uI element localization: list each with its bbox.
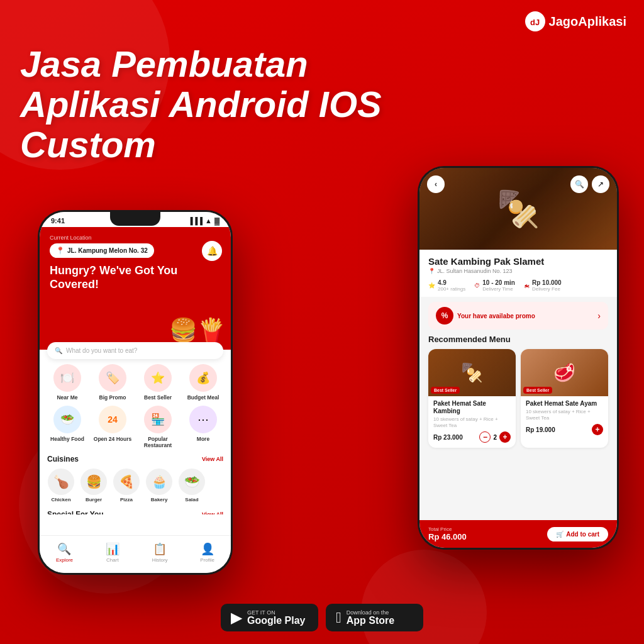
menu-details-1: Paket Hemat Sate Kambing 10 skewers of s… xyxy=(428,396,516,448)
add-to-cart-button[interactable]: 🛒 Add to cart xyxy=(547,527,608,541)
cat-open-24[interactable]: 24 Open 24 Hours xyxy=(92,406,133,448)
nav-profile[interactable]: 👤 Profile xyxy=(200,542,214,563)
cat-big-promo-icon: 🏷️ xyxy=(99,364,126,392)
cat-healthy-food-label: Healthy Food xyxy=(50,436,84,442)
promo-chevron-icon: › xyxy=(597,311,601,321)
qty-plus-2[interactable]: + xyxy=(592,424,603,435)
brand-logo: dJ JagoAplikasi xyxy=(525,11,626,31)
restaurant-stats: ⭐ 4.9 200+ ratings ⏱ 10 - 20 min Deliver… xyxy=(428,279,608,292)
cuisines-header: Cuisines View All xyxy=(47,455,223,464)
promo-left: % Your have availabe promo xyxy=(436,307,535,325)
menu-emoji-1: 🍢 xyxy=(461,362,483,383)
restaurant-address: 📍 JL. Sultan Hasanudin No. 123 xyxy=(428,268,608,274)
location-row[interactable]: 📍 JL. Kampung Melon No. 32 xyxy=(50,243,154,258)
app-store-icon:  xyxy=(336,609,341,626)
menu-price-2: Rp 19.000 xyxy=(526,426,555,433)
app-store-main: App Store xyxy=(347,616,394,626)
cat-budget-meal[interactable]: 💰 Budget Meal xyxy=(183,364,223,401)
delivery-fee-value: Rp 10.000 xyxy=(532,279,562,286)
phone-right: 🍢 ‹ 🔍 ↗ Sate Kambing Pak Slamet 📍 JL. Su… xyxy=(418,166,619,550)
restaurant-name: Sate Kambing Pak Slamet xyxy=(428,256,608,267)
status-icons-left: ▐▐▐ ▲ ▓ xyxy=(188,217,219,225)
nav-explore[interactable]: 🔍 Explore xyxy=(56,542,73,563)
google-play-text: GET IT ON Google Play xyxy=(247,609,305,626)
battery-icon: ▓ xyxy=(214,217,219,225)
cat-healthy-food[interactable]: 🥗 Healthy Food xyxy=(47,406,87,448)
explore-icon: 🔍 xyxy=(57,542,71,556)
promo-bar[interactable]: % Your have availabe promo › xyxy=(428,302,608,330)
search-button[interactable]: 🔍 xyxy=(570,175,588,193)
menu-img-1: 🍢 Best Seller xyxy=(428,349,516,396)
share-button[interactable]: ↗ xyxy=(592,175,609,193)
location-text: JL. Kampung Melon No. 32 xyxy=(67,247,148,254)
special-header: Special For You View All xyxy=(47,510,223,514)
headline: Jasa Pembuatan Aplikasi Android IOS Cust… xyxy=(20,44,624,164)
cat-best-seller[interactable]: ⭐ Best Seller xyxy=(138,364,178,401)
google-play-button[interactable]: ▶ GET IT ON Google Play xyxy=(221,604,318,631)
cat-more-label: More xyxy=(197,436,209,442)
cuisine-salad[interactable]: 🥗 Salad xyxy=(178,469,206,502)
search-icon: 🔍 xyxy=(55,347,62,354)
nav-history-label: History xyxy=(152,557,168,563)
profile-icon: 👤 xyxy=(201,542,214,556)
nav-profile-label: Profile xyxy=(200,557,214,563)
cat-more-icon: ⋯ xyxy=(189,406,217,433)
menu-name-2: Paket Hemat Sate Ayam xyxy=(526,400,603,408)
cat-near-me[interactable]: 🍽️ Near Me xyxy=(47,364,87,401)
menu-img-2: 🥩 Best Seller xyxy=(521,349,608,396)
cat-more[interactable]: ⋯ More xyxy=(183,406,223,448)
chart-icon: 📊 xyxy=(106,542,119,556)
delivery-time-label: Delivery Time xyxy=(482,286,515,292)
app-store-text: Download on the App Store xyxy=(347,609,394,626)
menu-price-1: Rp 23.000 xyxy=(433,434,463,441)
wifi-icon: ▲ xyxy=(205,217,212,225)
cuisine-chicken-label: Chicken xyxy=(51,497,70,502)
special-view-all[interactable]: View All xyxy=(202,511,223,514)
stat-fee-content: Rp 10.000 Delivery Fee xyxy=(532,279,562,292)
menu-card-2: 🥩 Best Seller Paket Hemat Sate Ayam 10 s… xyxy=(521,349,608,448)
cart-icon: 🛒 xyxy=(556,531,564,538)
restaurant-hero-image: 🍢 ‹ 🔍 ↗ xyxy=(419,168,617,250)
cat-budget-meal-icon: 💰 xyxy=(189,364,217,392)
cuisine-salad-icon: 🥗 xyxy=(179,469,205,495)
bell-button[interactable]: 🔔 xyxy=(202,241,222,261)
cuisine-pizza-label: Pizza xyxy=(120,497,133,502)
phone-scroll-area[interactable]: 🍽️ Near Me 🏷️ Big Promo ⭐ Best Seller xyxy=(40,364,231,514)
cat-popular-rest-icon: 🏪 xyxy=(144,406,172,433)
cat-budget-meal-label: Budget Meal xyxy=(187,394,219,401)
cat-big-promo[interactable]: 🏷️ Big Promo xyxy=(92,364,133,401)
cuisines-view-all[interactable]: View All xyxy=(202,456,223,462)
google-play-icon: ▶ xyxy=(231,609,242,626)
nav-chart[interactable]: 📊 Chart xyxy=(106,542,119,563)
cuisine-burger[interactable]: 🍔 Burger xyxy=(80,469,108,502)
cuisines-row: 🍗 Chicken 🍔 Burger 🍕 Pizza 🧁 xyxy=(47,469,223,505)
cart-price-info: Total Price Rp 46.000 xyxy=(428,526,467,541)
nav-history[interactable]: 📋 History xyxy=(152,542,168,563)
recommended-section: Recommended Menu 🍢 Best Seller Paket Hem… xyxy=(419,335,617,448)
svg-text:dJ: dJ xyxy=(530,18,540,27)
rating-count: 200+ ratings xyxy=(438,286,465,292)
recommended-title: Recommended Menu xyxy=(428,335,608,344)
food-emoji: 🍔🍟 xyxy=(169,317,226,343)
menu-name-1: Paket Hemat Sate Kambing xyxy=(433,400,511,415)
cuisine-pizza[interactable]: 🍕 Pizza xyxy=(113,469,140,502)
phones-container: 9:41 ▐▐▐ ▲ ▓ Current Location 📍 JL. Kamp… xyxy=(0,166,644,575)
cuisine-chicken[interactable]: 🍗 Chicken xyxy=(47,469,75,502)
cat-healthy-food-icon: 🥗 xyxy=(53,406,81,433)
nav-chart-label: Chart xyxy=(106,557,119,563)
back-button[interactable]: ‹ xyxy=(427,175,445,193)
search-bar[interactable]: 🔍 What do you want to eat? xyxy=(47,342,223,359)
cat-popular-rest-label: Popular Restaurant xyxy=(138,436,178,448)
phone-right-screen: 🍢 ‹ 🔍 ↗ Sate Kambing Pak Slamet 📍 JL. Su… xyxy=(419,168,617,548)
qty-minus-1[interactable]: − xyxy=(479,431,491,443)
stat-delivery-time: ⏱ 10 - 20 min Delivery Time xyxy=(474,279,515,292)
delivery-time-value: 10 - 20 min xyxy=(482,279,515,286)
qty-plus-1[interactable]: + xyxy=(499,431,511,443)
cuisine-bakery-icon: 🧁 xyxy=(146,469,172,495)
cuisine-bakery[interactable]: 🧁 Bakery xyxy=(145,469,173,502)
time-left: 9:41 xyxy=(51,217,65,225)
app-store-button[interactable]:  Download on the App Store xyxy=(326,604,423,631)
categories-grid: 🍽️ Near Me 🏷️ Big Promo ⭐ Best Seller xyxy=(47,364,223,448)
menu-price-row-2: Rp 19.000 + xyxy=(526,424,603,435)
cat-popular-rest[interactable]: 🏪 Popular Restaurant xyxy=(138,406,178,448)
